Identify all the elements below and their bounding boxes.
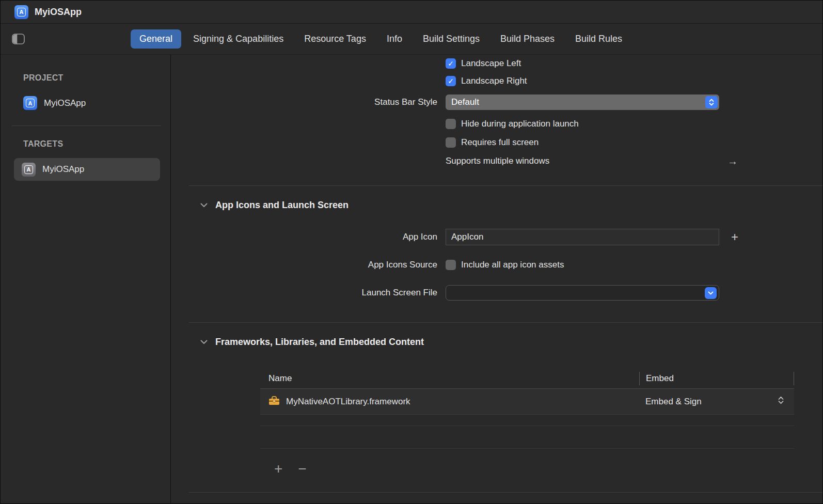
frameworks-section-title: Frameworks, Libraries, and Embedded Cont… (215, 337, 424, 348)
app-icons-section-title: App Icons and Launch Screen (215, 200, 349, 211)
embed-popup-chevrons-icon[interactable] (778, 396, 784, 407)
sidebar-item-target[interactable]: A MyiOSApp (14, 158, 160, 181)
requires-full-screen-row: Requires full screen (171, 133, 822, 151)
combo-chevron-icon[interactable] (705, 287, 717, 299)
app-target-icon: A (14, 5, 28, 19)
framework-table-row[interactable]: MyNativeAOTLibrary.framework Embed & Sig… (260, 389, 794, 415)
section-divider (189, 492, 822, 493)
frameworks-section-header: Frameworks, Libraries, and Embedded Cont… (200, 335, 822, 349)
launch-screen-file-row: Launch Screen File (171, 284, 822, 302)
general-settings-pane: ✓ Landscape Left ✓ Landscape Right Statu… (171, 55, 822, 503)
frameworks-table-header: Name Embed (260, 368, 794, 389)
hide-during-launch-label: Hide during application launch (461, 119, 579, 129)
column-header-name: Name (260, 373, 639, 384)
include-all-app-icon-assets-checkbox[interactable] (446, 260, 456, 270)
include-all-app-icon-assets-label: Include all app icon assets (461, 260, 564, 270)
project-section-header: PROJECT (23, 73, 170, 83)
target-item-label: MyiOSApp (42, 164, 84, 175)
app-icons-source-label: App Icons Source (171, 260, 446, 270)
sidebar-divider (12, 125, 161, 126)
tab-build-settings[interactable]: Build Settings (414, 29, 488, 49)
framework-embed-value: Embed & Sign (645, 397, 702, 407)
section-divider (189, 185, 822, 186)
toolbox-icon (268, 395, 280, 408)
titlebar: A MyiOSApp (1, 1, 822, 24)
landscape-left-label: Landscape Left (461, 58, 521, 69)
add-app-icon-button[interactable]: + (731, 231, 738, 243)
column-header-embed: Embed (639, 372, 794, 385)
frameworks-table: Name Embed MyNativeAOTLib (260, 368, 794, 449)
sidebar-toggle-icon[interactable] (12, 34, 25, 44)
status-bar-style-popup[interactable]: Default (446, 94, 719, 110)
table-edit-buttons: + − (274, 461, 822, 477)
xcode-window: A MyiOSApp General Signing & Capabilitie… (0, 0, 823, 504)
launch-screen-file-label: Launch Screen File (171, 288, 446, 298)
landscape-right-checkbox[interactable]: ✓ (446, 76, 456, 86)
landscape-right-label: Landscape Right (461, 76, 527, 86)
app-icons-source-row: App Icons Source Include all app icon as… (171, 256, 822, 274)
chevron-down-icon[interactable] (200, 200, 208, 210)
landscape-right-row: ✓ Landscape Right (171, 72, 822, 90)
hide-during-launch-checkbox[interactable] (446, 119, 456, 129)
tab-signing-capabilities[interactable]: Signing & Capabilities (184, 29, 292, 49)
tab-general[interactable]: General (131, 29, 181, 49)
requires-full-screen-label: Requires full screen (461, 137, 539, 148)
status-bar-style-label: Status Bar Style (171, 97, 446, 107)
tab-build-phases[interactable]: Build Phases (492, 29, 563, 49)
project-item-label: MyiOSApp (44, 98, 86, 108)
window-title: MyiOSApp (35, 7, 82, 18)
app-icon-label: App Icon (171, 232, 446, 242)
project-icon: A (23, 96, 37, 110)
empty-table-row (260, 426, 794, 449)
remove-framework-button[interactable]: − (298, 462, 306, 476)
status-bar-style-row: Status Bar Style Default (171, 90, 822, 115)
launch-screen-file-combo[interactable] (446, 285, 719, 301)
empty-table-row (260, 415, 794, 426)
tab-resource-tags[interactable]: Resource Tags (295, 29, 375, 49)
disclosure-arrow-icon[interactable]: → (727, 155, 738, 167)
target-icon: A (22, 163, 36, 177)
sidebar-item-project[interactable]: A MyiOSApp (23, 96, 170, 110)
multiple-windows-label: Supports multiple windows (446, 156, 549, 166)
project-navigator-sidebar: PROJECT A MyiOSApp TARGETS A MyiOSApp (1, 55, 171, 503)
requires-full-screen-checkbox[interactable] (446, 137, 456, 148)
popup-stepper-icon (705, 96, 718, 108)
app-icon-field[interactable]: AppIcon (446, 229, 719, 245)
app-icon-value: AppIcon (451, 232, 483, 242)
framework-name: MyNativeAOTLibrary.framework (286, 397, 410, 407)
app-icons-section-header: App Icons and Launch Screen (200, 198, 822, 212)
chevron-down-icon[interactable] (200, 337, 208, 347)
landscape-left-row: ✓ Landscape Left (171, 55, 822, 72)
section-divider (189, 322, 822, 323)
tab-info[interactable]: Info (378, 29, 411, 49)
landscape-left-checkbox[interactable]: ✓ (446, 58, 456, 69)
add-framework-button[interactable]: + (274, 462, 282, 476)
tab-build-rules[interactable]: Build Rules (566, 29, 631, 49)
tab-strip: General Signing & Capabilities Resource … (131, 29, 631, 49)
multiple-windows-row: Supports multiple windows → (171, 151, 822, 171)
targets-section-header: TARGETS (23, 139, 170, 149)
app-icon-row: App Icon AppIcon + (171, 228, 822, 246)
hide-during-launch-row: Hide during application launch (171, 115, 822, 133)
status-bar-style-value: Default (451, 97, 479, 107)
editor-tab-bar: General Signing & Capabilities Resource … (1, 24, 822, 55)
